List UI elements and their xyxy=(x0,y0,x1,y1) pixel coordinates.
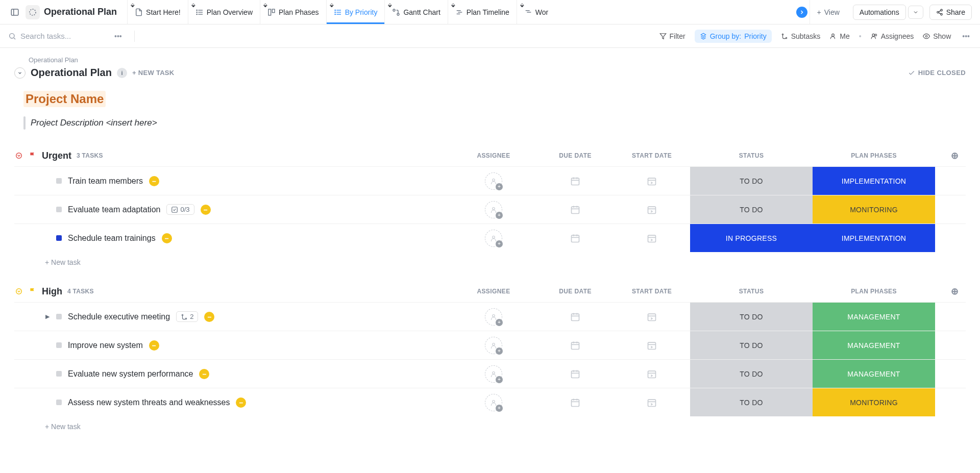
tabs-scroll-right[interactable] xyxy=(796,7,807,18)
priority-badge[interactable]: – xyxy=(204,312,214,322)
task-row[interactable]: Schedule team trainings – + IN PROGRESS … xyxy=(14,223,966,252)
priority-badge[interactable]: – xyxy=(149,176,159,186)
plan-phase-cell[interactable]: IMPLEMENTATION xyxy=(813,224,935,252)
start-date-cell[interactable] xyxy=(614,167,690,195)
task-row[interactable]: Evaluate team adaptation 0/3 – + TO DO M… xyxy=(14,195,966,223)
task-name[interactable]: Evaluate team adaptation xyxy=(68,205,160,214)
page-title-top[interactable]: Operational Plan xyxy=(44,7,117,17)
collapse-sidebar-icon[interactable] xyxy=(8,6,21,19)
more-options[interactable]: ••• xyxy=(960,30,972,42)
col-status[interactable]: STATUS xyxy=(690,152,813,159)
task-status-dot[interactable] xyxy=(56,235,62,241)
new-task-button[interactable]: + NEW TASK xyxy=(132,69,175,77)
tab-plan-phases[interactable]: ⬙ Plan Phases xyxy=(260,0,326,24)
plan-phase-cell[interactable]: MANAGEMENT xyxy=(813,303,935,331)
automations-caret[interactable] xyxy=(908,6,923,19)
task-name[interactable]: Evaluate new system performance xyxy=(68,369,193,379)
start-date-cell[interactable] xyxy=(614,224,690,252)
due-date-cell[interactable] xyxy=(537,360,614,388)
task-row[interactable]: Assess new system threats and weaknesses… xyxy=(14,388,966,416)
task-row[interactable]: Improve new system – + TO DO MANAGEMENT xyxy=(14,331,966,359)
automations-button[interactable]: Automations xyxy=(853,5,906,20)
plan-phase-cell[interactable]: IMPLEMENTATION xyxy=(813,167,935,195)
task-status-dot[interactable] xyxy=(56,207,62,212)
task-status-dot[interactable] xyxy=(56,371,62,377)
col-assignee[interactable]: ASSIGNEE xyxy=(450,152,537,159)
tab-workload[interactable]: ⬙ Wor xyxy=(517,0,555,24)
tab-by-priority[interactable]: ⬙ By Priority xyxy=(326,0,385,24)
group-collapse-toggle[interactable] xyxy=(14,287,23,296)
add-view-button[interactable]: + View xyxy=(810,0,847,24)
col-plan-phases[interactable]: PLAN PHASES xyxy=(813,288,935,295)
assignee-cell[interactable]: + xyxy=(450,360,537,388)
new-task-row[interactable]: + New task xyxy=(14,252,966,266)
start-date-cell[interactable] xyxy=(614,360,690,388)
subtasks-button[interactable]: Subtasks xyxy=(781,32,821,40)
search-input[interactable] xyxy=(20,32,102,40)
task-status-dot[interactable] xyxy=(56,400,62,405)
task-row[interactable]: Evaluate new system performance – + TO D… xyxy=(14,359,966,388)
priority-badge[interactable]: – xyxy=(201,205,211,215)
filter-button[interactable]: Filter xyxy=(659,32,685,40)
col-due-date[interactable]: DUE DATE xyxy=(537,288,614,295)
assign-person-icon[interactable]: + xyxy=(485,337,502,354)
task-name[interactable]: Train team members xyxy=(68,177,143,186)
priority-badge[interactable]: – xyxy=(162,233,172,243)
group-by-button[interactable]: Group by: Priority xyxy=(695,30,772,43)
group-collapse-toggle[interactable] xyxy=(14,151,23,160)
show-button[interactable]: Show xyxy=(923,32,951,40)
tab-plan-timeline[interactable]: ⬙ Plan Timeline xyxy=(448,0,517,24)
assignee-cell[interactable]: + xyxy=(450,388,537,416)
assignee-cell[interactable]: + xyxy=(450,224,537,252)
assign-person-icon[interactable]: + xyxy=(485,230,502,247)
assign-person-icon[interactable]: + xyxy=(485,394,502,411)
task-status-dot[interactable] xyxy=(56,314,62,319)
assign-person-icon[interactable]: + xyxy=(485,172,502,190)
plan-phase-cell[interactable]: MONITORING xyxy=(813,195,935,223)
expand-subtasks[interactable]: ▶ xyxy=(45,313,50,320)
status-cell[interactable]: TO DO xyxy=(690,303,813,331)
due-date-cell[interactable] xyxy=(537,388,614,416)
task-status-dot[interactable] xyxy=(56,178,62,184)
space-icon[interactable] xyxy=(26,5,40,19)
status-cell[interactable]: TO DO xyxy=(690,331,813,359)
priority-badge[interactable]: – xyxy=(199,369,209,379)
tab-plan-overview[interactable]: ⬙ Plan Overview xyxy=(188,0,260,24)
doc-description[interactable]: Project Description <insert here> xyxy=(31,118,157,128)
start-date-cell[interactable] xyxy=(614,331,690,359)
col-assignee[interactable]: ASSIGNEE xyxy=(450,288,537,295)
task-name[interactable]: Improve new system xyxy=(68,341,143,350)
tab-gantt-chart[interactable]: ⬙ Gantt Chart xyxy=(384,0,447,24)
assignee-cell[interactable]: + xyxy=(450,167,537,195)
task-name[interactable]: Schedule team trainings xyxy=(68,234,156,243)
col-due-date[interactable]: DUE DATE xyxy=(537,152,614,159)
plan-phase-cell[interactable]: MANAGEMENT xyxy=(813,331,935,359)
me-button[interactable]: Me xyxy=(829,32,849,40)
list-title[interactable]: Operational Plan xyxy=(31,67,112,79)
due-date-cell[interactable] xyxy=(537,167,614,195)
start-date-cell[interactable] xyxy=(614,195,690,223)
status-cell[interactable]: TO DO xyxy=(690,360,813,388)
status-cell[interactable]: TO DO xyxy=(690,195,813,223)
task-name[interactable]: Schedule executive meeting xyxy=(68,312,170,321)
search-more[interactable]: ••• xyxy=(112,30,124,42)
start-date-cell[interactable] xyxy=(614,303,690,331)
checklist-badge[interactable]: 0/3 xyxy=(166,204,194,215)
status-cell[interactable]: TO DO xyxy=(690,388,813,416)
assignee-cell[interactable]: + xyxy=(450,303,537,331)
priority-badge[interactable]: – xyxy=(149,340,159,351)
group-name[interactable]: Urgent xyxy=(42,151,71,161)
plan-phase-cell[interactable]: MONITORING xyxy=(813,388,935,416)
task-row[interactable]: ▶ Schedule executive meeting 2 – + TO DO… xyxy=(14,302,966,331)
doc-title[interactable]: Project Name xyxy=(23,91,106,107)
search-wrap[interactable] xyxy=(8,32,102,40)
assign-person-icon[interactable]: + xyxy=(485,308,502,326)
subtasks-badge[interactable]: 2 xyxy=(176,311,198,322)
col-plan-phases[interactable]: PLAN PHASES xyxy=(813,152,935,159)
task-name[interactable]: Assess new system threats and weaknesses xyxy=(68,398,230,407)
due-date-cell[interactable] xyxy=(537,303,614,331)
due-date-cell[interactable] xyxy=(537,224,614,252)
assign-person-icon[interactable]: + xyxy=(485,365,502,383)
hide-closed-button[interactable]: HIDE CLOSED xyxy=(908,69,966,77)
due-date-cell[interactable] xyxy=(537,195,614,223)
